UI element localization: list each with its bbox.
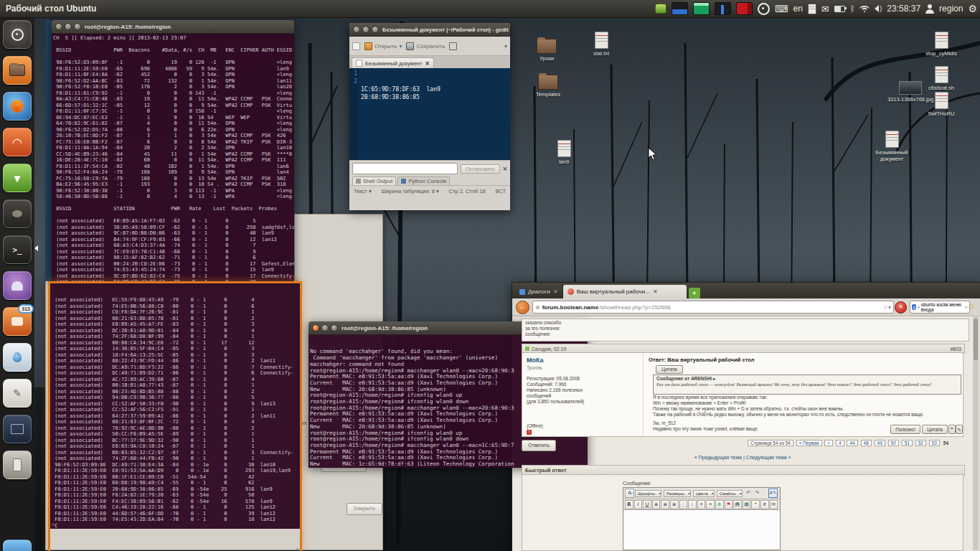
workspace-launcher-icon[interactable] <box>3 415 32 443</box>
page-link[interactable]: < <box>824 440 833 446</box>
quote-button[interactable]: Цитата <box>922 425 948 434</box>
user-icon[interactable] <box>925 4 934 14</box>
gedit-text-area[interactable]: 12 1C:65:9D:78:DF:63 lan920:68:9D:38:86:… <box>349 68 510 160</box>
open-button[interactable]: Открыть▾ <box>364 42 402 50</box>
scrollbar-thumb[interactable] <box>974 319 978 360</box>
page-link[interactable]: « Первая <box>796 440 822 446</box>
minimize-icon[interactable] <box>321 324 329 331</box>
tab-python-console[interactable]: Python Console <box>397 176 450 185</box>
message-textarea[interactable] <box>623 510 780 550</box>
document-tab[interactable]: Безымянный документ ✕ <box>352 57 434 68</box>
wifi-icon[interactable] <box>859 5 870 12</box>
close-button[interactable]: Закрыть <box>347 503 382 515</box>
new-tab-button[interactable]: + <box>689 288 700 298</box>
code-icon[interactable]: # <box>760 500 769 509</box>
new-document-icon[interactable] <box>352 42 360 50</box>
multiquote-icon[interactable]: ❞ <box>948 425 956 434</box>
gedit-window[interactable]: Безымянный документ (~/Рабочий стол) - g… <box>349 23 510 210</box>
color-select[interactable]: Цвета <box>693 490 715 497</box>
maximize-icon[interactable] <box>331 324 338 331</box>
desktop-icon-file[interactable]: lan9 <box>547 140 581 165</box>
memory-graph-indicator[interactable] <box>693 2 710 15</box>
chevron-down-icon[interactable]: ▾ <box>918 305 920 309</box>
toolbar-overflow-icon[interactable]: ▾ <box>504 43 507 50</box>
desktop-icon-file[interactable]: Безымянный документ <box>870 131 914 162</box>
close-icon[interactable] <box>312 324 319 331</box>
xchat-launcher-icon[interactable] <box>3 271 32 300</box>
dash-home-button[interactable] <box>3 20 32 49</box>
window-buttons[interactable] <box>52 23 85 30</box>
page-link[interactable]: 48 <box>861 440 872 446</box>
page-link[interactable]: 44 <box>847 440 857 446</box>
cpu-graph-indicator[interactable] <box>715 2 731 15</box>
home-icon[interactable]: ⌂ <box>969 301 974 311</box>
useful-button[interactable]: Полезно! <box>890 425 920 434</box>
search-bar[interactable]: g ▾ ubuntu косяк меню входа ⌕ <box>910 301 970 314</box>
wysiwyg-toggle-icon[interactable]: A✎ <box>768 489 778 498</box>
volume-icon[interactable]: ) <box>875 5 882 12</box>
window-buttons[interactable] <box>308 324 341 331</box>
usb-drive-launcher-icon[interactable] <box>3 451 32 479</box>
keyboard-layout[interactable]: en <box>793 4 802 14</box>
firefox-launcher-icon[interactable] <box>3 92 32 121</box>
email-icon[interactable]: ✉ <box>770 500 778 509</box>
network-graph-indicator[interactable] <box>672 2 688 15</box>
page-link[interactable]: 52 <box>915 440 926 446</box>
remove-link-icon[interactable]: ⚑ <box>725 500 733 509</box>
indent-icon[interactable]: » <box>706 500 715 509</box>
post-author-link[interactable]: МоКа <box>527 357 544 364</box>
terminal-window-airodump[interactable]: root@region-A15: /home/region CH 5 ][ El… <box>52 20 294 283</box>
tab-width[interactable]: Ширина табуляции: 8 ▾ <box>381 188 438 194</box>
url-bar[interactable]: ⊕ forum.boolean.name/showthread.php?p=25… <box>532 301 894 314</box>
redo-icon[interactable]: ↷ <box>753 489 761 497</box>
disk-graph-indicator[interactable] <box>736 2 753 15</box>
bold-icon[interactable]: B <box>625 500 633 509</box>
insert-quote-icon[interactable]: ❝ <box>751 500 760 509</box>
scrollbar-track[interactable] <box>973 316 979 550</box>
save-button[interactable]: Сохранить <box>406 42 445 50</box>
desktop-icon-file[interactable]: stat.txt <box>583 32 620 57</box>
unordered-list-icon[interactable]: ⁝ <box>688 500 697 509</box>
partial-launcher-icon[interactable] <box>3 540 32 551</box>
window-buttons[interactable] <box>349 26 382 33</box>
search-magnifier-icon[interactable]: ⌕ <box>965 303 968 311</box>
gedit-launcher-icon[interactable]: ✎ <box>3 379 32 408</box>
username[interactable]: region <box>939 4 963 14</box>
insert-image-icon[interactable]: ▦ <box>743 500 751 509</box>
page-link[interactable]: 50 <box>888 440 899 446</box>
terminal-launcher-icon[interactable]: >_ <box>3 235 32 264</box>
software-center-launcher-icon[interactable]: ◠ <box>3 128 32 156</box>
close-icon[interactable] <box>353 26 360 33</box>
close-panel-icon[interactable]: ✕ <box>503 166 507 172</box>
back-button[interactable]: ← <box>516 301 529 314</box>
align-right-icon[interactable]: ≣ <box>670 500 679 509</box>
tab-shell-output[interactable]: Shell Output <box>352 176 396 185</box>
gimp-launcher-icon[interactable] <box>3 199 32 228</box>
maximize-icon[interactable] <box>74 23 81 30</box>
minimize-icon[interactable] <box>362 26 369 33</box>
quote-top-button[interactable]: Цитата <box>656 365 683 374</box>
stop-button[interactable]: ✕ <box>895 301 907 314</box>
session-gear-icon[interactable]: ⚙ <box>968 3 977 14</box>
chevron-down-icon[interactable]: ▾ <box>399 43 402 50</box>
align-center-icon[interactable]: ≣ <box>661 500 669 509</box>
tab-dialogs[interactable]: Диалоги ✕ <box>515 285 563 298</box>
insert-link-icon[interactable]: ⊕ <box>715 500 724 509</box>
page-link[interactable]: 51 <box>902 440 913 446</box>
bluetooth-icon[interactable]: ᛒ <box>850 4 855 13</box>
attach-file-icon[interactable]: ▤ <box>733 500 742 509</box>
minimize-icon[interactable] <box>65 23 72 30</box>
close-tab-icon[interactable]: ✕ <box>653 288 658 295</box>
tab-virtual-desktop-thread[interactable]: Ваш виртуальный рабочи... ✕ <box>563 285 687 298</box>
remove-format-icon[interactable]: A̶ <box>625 489 634 498</box>
window-titlebar[interactable]: Безымянный документ (~/Рабочий стол) - g… <box>349 23 510 37</box>
quote-link-icon[interactable]: ▸ <box>713 376 715 381</box>
reply-button[interactable]: Ответить <box>522 440 556 451</box>
shell-command-input[interactable] <box>352 163 458 174</box>
desktop-icon-folder[interactable]: Templates <box>528 75 568 98</box>
ordered-list-icon[interactable]: ⋮ <box>679 500 688 509</box>
page-link[interactable]: 4 <box>836 440 844 446</box>
messages-envelope-icon[interactable]: ✉ <box>821 4 829 14</box>
notes-indicator-icon[interactable] <box>808 4 816 14</box>
desktop-icon-script[interactable]: stop_cyMidis <box>920 32 963 57</box>
